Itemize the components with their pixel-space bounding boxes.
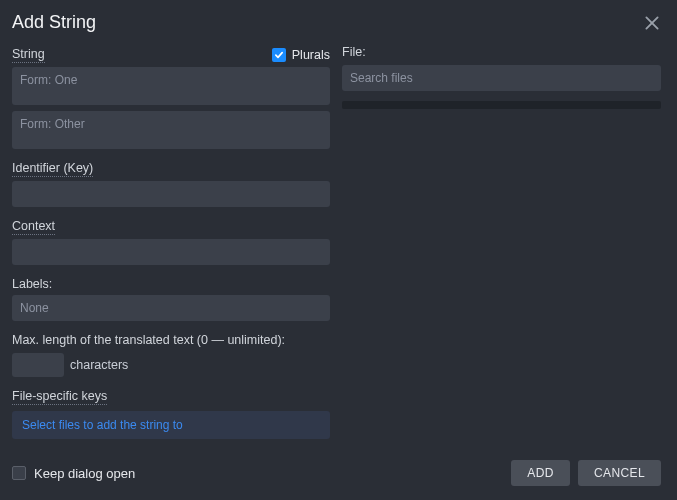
dialog-actions: ADD CANCEL: [511, 460, 661, 486]
maxlen-label: Max. length of the translated text (0 — …: [12, 333, 330, 347]
filekeys-row: File-specific keys: [12, 389, 330, 405]
form-other-input[interactable]: [12, 111, 330, 149]
keep-open-label: Keep dialog open: [34, 466, 135, 481]
dialog-title: Add String: [12, 12, 96, 33]
keep-open-toggle[interactable]: Keep dialog open: [12, 466, 135, 481]
cancel-button[interactable]: CANCEL: [578, 460, 661, 486]
string-label: String: [12, 47, 45, 63]
plurals-label: Plurals: [292, 48, 330, 62]
filekeys-label: File-specific keys: [12, 389, 107, 405]
right-column: File:: [342, 45, 661, 448]
identifier-input[interactable]: [12, 181, 330, 207]
left-column: String Plurals Identifier (Key) Context: [12, 45, 330, 448]
labels-label: Labels:: [12, 277, 330, 291]
context-row: Context: [12, 219, 330, 235]
labels-input[interactable]: [12, 295, 330, 321]
maxlen-unit: characters: [70, 358, 128, 372]
file-label: File:: [342, 45, 661, 59]
add-string-dialog: Add String String Plurals: [0, 0, 677, 500]
dialog-footer: Keep dialog open ADD CANCEL: [0, 448, 677, 500]
dialog-body: String Plurals Identifier (Key) Context: [0, 39, 677, 448]
string-row-label: String Plurals: [12, 47, 330, 63]
plurals-checkbox[interactable]: [272, 48, 286, 62]
maxlen-row: characters: [12, 353, 330, 377]
context-label: Context: [12, 219, 55, 235]
close-icon[interactable]: [643, 14, 661, 32]
maxlen-input[interactable]: [12, 353, 64, 377]
file-select-dropdown[interactable]: Select files to add the string to: [12, 411, 330, 439]
add-button[interactable]: ADD: [511, 460, 570, 486]
keep-open-checkbox[interactable]: [12, 466, 26, 480]
identifier-row: Identifier (Key): [12, 161, 330, 177]
context-input[interactable]: [12, 239, 330, 265]
plurals-toggle[interactable]: Plurals: [272, 48, 330, 62]
dialog-header: Add String: [0, 0, 677, 39]
identifier-label: Identifier (Key): [12, 161, 93, 177]
form-one-input[interactable]: [12, 67, 330, 105]
file-list-area: [342, 101, 661, 109]
file-search-input[interactable]: [342, 65, 661, 91]
